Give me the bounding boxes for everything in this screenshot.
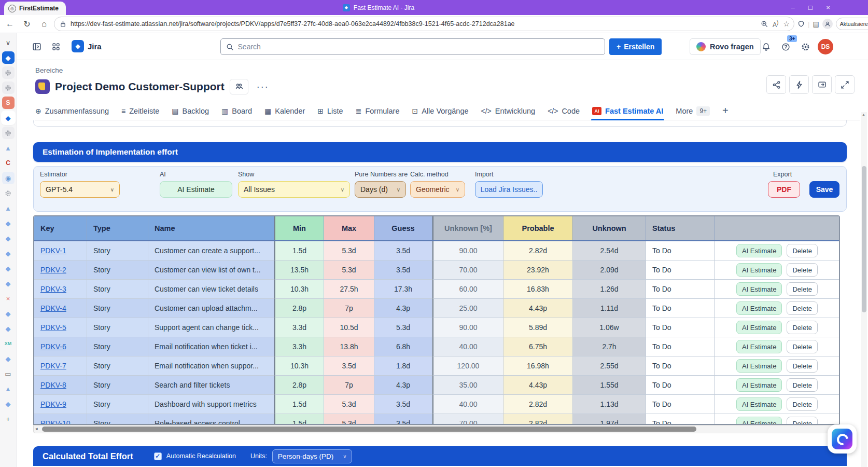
collections-icon[interactable]: ▤ <box>813 20 819 28</box>
zoom-icon[interactable] <box>761 20 768 28</box>
close-button[interactable]: × <box>819 0 837 15</box>
jira-link-4-icon[interactable]: ◆ <box>2 262 15 274</box>
save-button[interactable]: Save <box>809 181 839 198</box>
estimator-select[interactable]: GPT-5.4∨ <box>40 181 120 198</box>
back-icon[interactable]: ← <box>3 17 17 31</box>
jira-selected-icon[interactable]: ◆ <box>2 112 15 124</box>
row-ai-estimate-button[interactable]: AI Estimate <box>736 321 782 334</box>
units-select[interactable]: Person-days (PD)∨ <box>272 449 353 463</box>
pure-numbers-select[interactable]: Days (d)∨ <box>355 181 406 198</box>
maximize-button[interactable]: □ <box>802 0 819 15</box>
issue-key-link[interactable]: PDKV-9 <box>40 400 66 408</box>
global-search[interactable] <box>220 38 605 55</box>
address-bar[interactable]: https://dev-fast-estimate.atlassian.net/… <box>54 17 794 31</box>
vertical-scrollbar[interactable]: ▲ <box>861 112 867 467</box>
add-workspace-icon[interactable]: + <box>2 413 15 425</box>
update-button[interactable]: Aktualisieren··· <box>836 18 868 30</box>
row-delete-button[interactable]: Delete <box>787 244 818 257</box>
tab-zusammenfassung[interactable]: ⊕Zusammenfassung <box>35 102 109 120</box>
read-aloud-icon[interactable]: A) <box>773 20 778 29</box>
share-button[interactable] <box>766 75 786 94</box>
automation-button[interactable] <box>789 75 809 94</box>
auto-recalc-checkbox[interactable]: ✓ <box>154 452 162 460</box>
scroll-up-arrow[interactable]: ▲ <box>862 113 865 116</box>
tab-entwicklung[interactable]: </>Entwicklung <box>481 102 536 120</box>
favorites-star-icon[interactable]: ☆ <box>783 20 790 28</box>
create-button[interactable]: +Erstellen <box>609 38 662 55</box>
row-ai-estimate-button[interactable]: AI Estimate <box>736 263 782 277</box>
row-ai-estimate-button[interactable]: AI Estimate <box>736 378 782 392</box>
issue-key-link[interactable]: PDKV-1 <box>40 246 66 255</box>
row-ai-estimate-button[interactable]: AI Estimate <box>736 244 782 257</box>
app-switcher-icon[interactable] <box>49 40 63 53</box>
tab-fast-estimate-ai[interactable]: AIFast Estimate AI <box>592 102 663 120</box>
triangle-app-2-icon[interactable]: ▲ <box>2 202 15 214</box>
rovo-button[interactable]: Rovo fragen <box>690 38 761 55</box>
triangle-app-3-icon[interactable]: ▲ <box>2 382 15 395</box>
card-app-icon[interactable]: ▭ <box>2 367 15 380</box>
tab-more[interactable]: More 9+ <box>676 106 710 116</box>
home-icon[interactable]: ⌂ <box>37 17 51 31</box>
issue-key-link[interactable]: PDKV-10 <box>40 419 71 425</box>
row-delete-button[interactable]: Delete <box>787 397 818 411</box>
jira-link-8-icon[interactable]: ◆ <box>2 352 15 365</box>
sidebar-toggle-icon[interactable] <box>30 40 44 53</box>
globe-app-icon[interactable]: ◉ <box>2 172 15 184</box>
workspace-tab[interactable]: ◎ FirstEstimate <box>4 2 66 15</box>
row-ai-estimate-button[interactable]: AI Estimate <box>736 397 782 411</box>
vertical-scroll-thumb[interactable] <box>862 166 866 312</box>
horizontal-scrollbar[interactable]: ◂ <box>33 425 840 433</box>
tab-backlog[interactable]: ▤Backlog <box>172 102 209 120</box>
row-ai-estimate-button[interactable]: AI Estimate <box>736 282 782 296</box>
issue-key-link[interactable]: PDKV-4 <box>40 304 66 312</box>
row-delete-button[interactable]: Delete <box>787 417 818 425</box>
jira-link-3-icon[interactable]: ◆ <box>2 247 15 259</box>
jira-link-9-icon[interactable]: ◆ <box>2 397 15 410</box>
tab-zeitleiste[interactable]: ≡Zeitleiste <box>121 102 159 120</box>
row-ai-estimate-button[interactable]: AI Estimate <box>736 359 782 373</box>
refresh-icon[interactable]: ↻ <box>20 17 34 31</box>
search-input[interactable] <box>238 43 599 51</box>
tab-alle-vorg-nge[interactable]: ⊡Alle Vorgänge <box>412 102 468 120</box>
gear-gray-app-icon[interactable] <box>2 187 15 199</box>
collapse-chevron-icon[interactable]: ∨ <box>2 36 15 49</box>
pdf-export-button[interactable]: PDF <box>768 181 800 198</box>
row-ai-estimate-button[interactable]: AI Estimate <box>736 340 782 353</box>
breadcrumb[interactable]: Bereiche <box>35 66 63 74</box>
issue-key-link[interactable]: PDKV-8 <box>40 381 66 389</box>
jira-logo[interactable]: ◆ Jira <box>72 40 102 52</box>
tab-code[interactable]: </>Code <box>548 102 580 120</box>
xm-app-icon[interactable]: XM <box>2 337 15 350</box>
settings-app-3-icon[interactable] <box>2 127 15 139</box>
settings-gear-icon[interactable] <box>799 40 812 53</box>
calc-method-select[interactable]: Geometric∨ <box>410 181 465 198</box>
row-delete-button[interactable]: Delete <box>787 378 818 392</box>
horizontal-scroll-thumb[interactable] <box>42 427 696 432</box>
show-select[interactable]: All Issues∨ <box>238 181 350 198</box>
ai-estimate-button[interactable]: AI Estimate <box>160 181 232 198</box>
row-delete-button[interactable]: Delete <box>787 340 818 353</box>
members-button[interactable] <box>230 79 248 94</box>
jira-link-5-icon[interactable]: ◆ <box>2 277 15 290</box>
row-delete-button[interactable]: Delete <box>787 263 818 277</box>
browser-tab[interactable]: ◆ Fast Estimate AI - Jira <box>249 0 508 15</box>
issue-key-link[interactable]: PDKV-7 <box>40 362 66 370</box>
feedback-button[interactable] <box>812 75 832 94</box>
fullscreen-button[interactable] <box>835 75 855 94</box>
issue-key-link[interactable]: PDKV-6 <box>40 342 66 351</box>
row-delete-button[interactable]: Delete <box>787 282 818 296</box>
tab-formulare[interactable]: ≣Formulare <box>356 102 400 120</box>
project-more-button[interactable]: ··· <box>254 81 272 92</box>
x-app-icon[interactable]: × <box>2 292 15 305</box>
profile-icon[interactable] <box>822 19 833 29</box>
s-app-icon[interactable]: S <box>2 97 15 109</box>
add-tab-button[interactable]: + <box>722 105 729 117</box>
row-ai-estimate-button[interactable]: AI Estimate <box>736 417 782 425</box>
settings-app-2-icon[interactable] <box>2 81 15 94</box>
tab-liste[interactable]: ⊞Liste <box>317 102 343 120</box>
triangle-app-1-icon[interactable]: ▲ <box>2 142 15 154</box>
tab-board[interactable]: ▥Board <box>221 102 252 120</box>
load-jira-issues-button[interactable]: Load Jira Issues.. <box>475 181 543 198</box>
jira-link-6-icon[interactable]: ◆ <box>2 307 15 320</box>
user-avatar[interactable]: DS <box>818 39 833 54</box>
